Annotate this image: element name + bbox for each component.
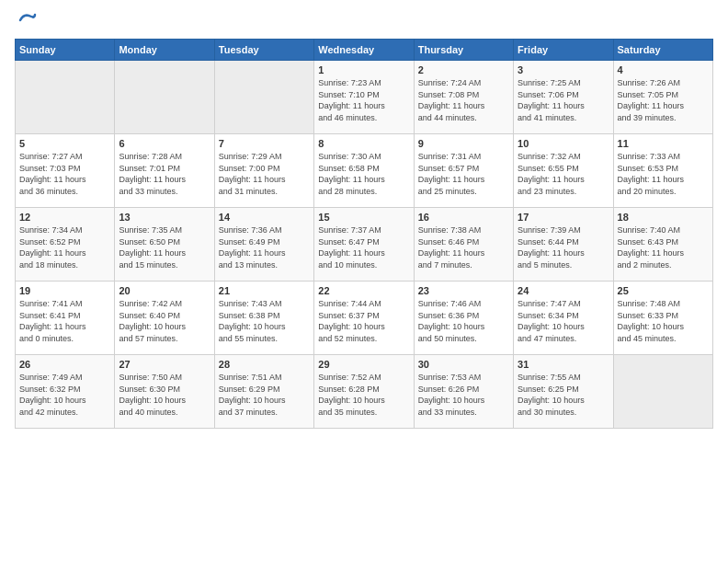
calendar-cell: 24Sunrise: 7:47 AM Sunset: 6:34 PM Dayli…: [514, 282, 613, 355]
day-number: 3: [518, 64, 609, 75]
day-number: 2: [418, 64, 509, 75]
day-info: Sunrise: 7:30 AM Sunset: 6:58 PM Dayligh…: [318, 151, 409, 197]
header-day-thursday: Thursday: [414, 40, 513, 61]
logo-icon: [17, 9, 39, 31]
day-info: Sunrise: 7:38 AM Sunset: 6:46 PM Dayligh…: [418, 224, 509, 270]
header-day-sunday: Sunday: [16, 40, 115, 61]
day-number: 12: [19, 212, 110, 223]
day-info: Sunrise: 7:40 AM Sunset: 6:43 PM Dayligh…: [618, 224, 709, 270]
calendar-cell: [214, 61, 313, 134]
day-number: 25: [618, 285, 709, 296]
day-info: Sunrise: 7:34 AM Sunset: 6:52 PM Dayligh…: [19, 224, 110, 270]
day-info: Sunrise: 7:28 AM Sunset: 7:01 PM Dayligh…: [119, 151, 210, 197]
day-info: Sunrise: 7:39 AM Sunset: 6:44 PM Dayligh…: [518, 224, 609, 270]
header-day-saturday: Saturday: [613, 40, 712, 61]
day-number: 4: [618, 64, 709, 75]
header-row: SundayMondayTuesdayWednesdayThursdayFrid…: [16, 40, 713, 61]
day-number: 29: [318, 359, 409, 370]
calendar-cell: 7Sunrise: 7:29 AM Sunset: 7:00 PM Daylig…: [214, 134, 313, 208]
day-info: Sunrise: 7:48 AM Sunset: 6:33 PM Dayligh…: [618, 298, 709, 344]
day-info: Sunrise: 7:27 AM Sunset: 7:03 PM Dayligh…: [19, 151, 110, 197]
day-number: 16: [418, 212, 509, 223]
day-number: 7: [219, 138, 310, 149]
day-info: Sunrise: 7:50 AM Sunset: 6:30 PM Dayligh…: [119, 372, 210, 418]
day-info: Sunrise: 7:46 AM Sunset: 6:36 PM Dayligh…: [418, 298, 509, 344]
day-info: Sunrise: 7:42 AM Sunset: 6:40 PM Dayligh…: [119, 298, 210, 344]
week-row-3: 19Sunrise: 7:41 AM Sunset: 6:41 PM Dayli…: [16, 282, 713, 355]
day-info: Sunrise: 7:36 AM Sunset: 6:49 PM Dayligh…: [219, 224, 310, 270]
week-row-4: 26Sunrise: 7:49 AM Sunset: 6:32 PM Dayli…: [16, 355, 713, 429]
day-info: Sunrise: 7:26 AM Sunset: 7:05 PM Dayligh…: [618, 77, 709, 123]
calendar-cell: [613, 355, 712, 429]
page-container: SundayMondayTuesdayWednesdayThursdayFrid…: [0, 0, 728, 436]
day-info: Sunrise: 7:41 AM Sunset: 6:41 PM Dayligh…: [19, 298, 110, 344]
day-info: Sunrise: 7:47 AM Sunset: 6:34 PM Dayligh…: [518, 298, 609, 344]
calendar-cell: [115, 61, 214, 134]
calendar-cell: 12Sunrise: 7:34 AM Sunset: 6:52 PM Dayli…: [16, 208, 115, 282]
day-number: 6: [119, 138, 210, 149]
day-info: Sunrise: 7:44 AM Sunset: 6:37 PM Dayligh…: [318, 298, 409, 344]
calendar-body: 1Sunrise: 7:23 AM Sunset: 7:10 PM Daylig…: [16, 61, 713, 429]
day-number: 13: [119, 212, 210, 223]
calendar-cell: 22Sunrise: 7:44 AM Sunset: 6:37 PM Dayli…: [314, 282, 414, 355]
day-number: 9: [418, 138, 509, 149]
day-info: Sunrise: 7:32 AM Sunset: 6:55 PM Dayligh…: [518, 151, 609, 197]
calendar-cell: 1Sunrise: 7:23 AM Sunset: 7:10 PM Daylig…: [314, 61, 414, 134]
day-info: Sunrise: 7:23 AM Sunset: 7:10 PM Dayligh…: [318, 77, 409, 123]
day-info: Sunrise: 7:55 AM Sunset: 6:25 PM Dayligh…: [518, 372, 609, 418]
calendar-cell: 17Sunrise: 7:39 AM Sunset: 6:44 PM Dayli…: [514, 208, 613, 282]
calendar-cell: 30Sunrise: 7:53 AM Sunset: 6:26 PM Dayli…: [414, 355, 513, 429]
day-number: 23: [418, 285, 509, 296]
day-info: Sunrise: 7:29 AM Sunset: 7:00 PM Dayligh…: [219, 151, 310, 197]
calendar-cell: 5Sunrise: 7:27 AM Sunset: 7:03 PM Daylig…: [16, 134, 115, 208]
calendar-cell: 8Sunrise: 7:30 AM Sunset: 6:58 PM Daylig…: [314, 134, 414, 208]
page-header: [15, 9, 713, 31]
calendar-cell: 19Sunrise: 7:41 AM Sunset: 6:41 PM Dayli…: [16, 282, 115, 355]
calendar-cell: 26Sunrise: 7:49 AM Sunset: 6:32 PM Dayli…: [16, 355, 115, 429]
calendar-table: SundayMondayTuesdayWednesdayThursdayFrid…: [15, 39, 713, 429]
logo: [15, 9, 39, 31]
day-number: 24: [518, 285, 609, 296]
day-number: 15: [318, 212, 409, 223]
header-day-wednesday: Wednesday: [314, 40, 414, 61]
week-row-0: 1Sunrise: 7:23 AM Sunset: 7:10 PM Daylig…: [16, 61, 713, 134]
day-info: Sunrise: 7:43 AM Sunset: 6:38 PM Dayligh…: [219, 298, 310, 344]
day-info: Sunrise: 7:31 AM Sunset: 6:57 PM Dayligh…: [418, 151, 509, 197]
calendar-cell: 20Sunrise: 7:42 AM Sunset: 6:40 PM Dayli…: [115, 282, 214, 355]
calendar-cell: 21Sunrise: 7:43 AM Sunset: 6:38 PM Dayli…: [214, 282, 313, 355]
calendar-cell: 13Sunrise: 7:35 AM Sunset: 6:50 PM Dayli…: [115, 208, 214, 282]
day-number: 28: [219, 359, 310, 370]
day-number: 5: [19, 138, 110, 149]
calendar-cell: 31Sunrise: 7:55 AM Sunset: 6:25 PM Dayli…: [514, 355, 613, 429]
week-row-1: 5Sunrise: 7:27 AM Sunset: 7:03 PM Daylig…: [16, 134, 713, 208]
day-info: Sunrise: 7:53 AM Sunset: 6:26 PM Dayligh…: [418, 372, 509, 418]
calendar-cell: 4Sunrise: 7:26 AM Sunset: 7:05 PM Daylig…: [613, 61, 712, 134]
day-number: 19: [19, 285, 110, 296]
day-number: 1: [318, 64, 409, 75]
day-number: 31: [518, 359, 609, 370]
calendar-cell: 11Sunrise: 7:33 AM Sunset: 6:53 PM Dayli…: [613, 134, 712, 208]
calendar-cell: 23Sunrise: 7:46 AM Sunset: 6:36 PM Dayli…: [414, 282, 513, 355]
day-info: Sunrise: 7:35 AM Sunset: 6:50 PM Dayligh…: [119, 224, 210, 270]
header-day-tuesday: Tuesday: [214, 40, 313, 61]
day-number: 30: [418, 359, 509, 370]
day-number: 11: [618, 138, 709, 149]
calendar-header: SundayMondayTuesdayWednesdayThursdayFrid…: [16, 40, 713, 61]
calendar-cell: 27Sunrise: 7:50 AM Sunset: 6:30 PM Dayli…: [115, 355, 214, 429]
day-info: Sunrise: 7:51 AM Sunset: 6:29 PM Dayligh…: [219, 372, 310, 418]
calendar-cell: 16Sunrise: 7:38 AM Sunset: 6:46 PM Dayli…: [414, 208, 513, 282]
day-number: 22: [318, 285, 409, 296]
calendar-cell: 3Sunrise: 7:25 AM Sunset: 7:06 PM Daylig…: [514, 61, 613, 134]
day-number: 20: [119, 285, 210, 296]
week-row-2: 12Sunrise: 7:34 AM Sunset: 6:52 PM Dayli…: [16, 208, 713, 282]
header-day-friday: Friday: [514, 40, 613, 61]
day-number: 10: [518, 138, 609, 149]
calendar-cell: 18Sunrise: 7:40 AM Sunset: 6:43 PM Dayli…: [613, 208, 712, 282]
calendar-cell: 25Sunrise: 7:48 AM Sunset: 6:33 PM Dayli…: [613, 282, 712, 355]
day-info: Sunrise: 7:25 AM Sunset: 7:06 PM Dayligh…: [518, 77, 609, 123]
calendar-cell: 9Sunrise: 7:31 AM Sunset: 6:57 PM Daylig…: [414, 134, 513, 208]
calendar-cell: 2Sunrise: 7:24 AM Sunset: 7:08 PM Daylig…: [414, 61, 513, 134]
header-day-monday: Monday: [115, 40, 214, 61]
day-number: 18: [618, 212, 709, 223]
day-info: Sunrise: 7:37 AM Sunset: 6:47 PM Dayligh…: [318, 224, 409, 270]
